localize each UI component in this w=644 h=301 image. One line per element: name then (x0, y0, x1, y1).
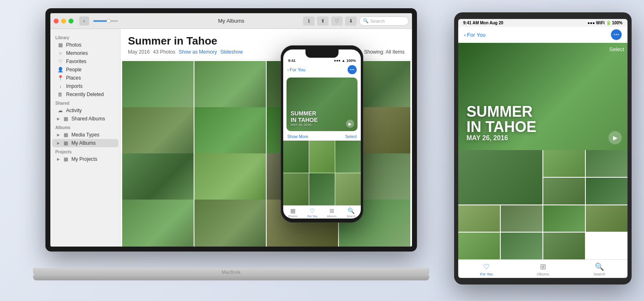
photo-cell[interactable] (122, 200, 194, 247)
maximize-button[interactable] (69, 19, 73, 24)
iphone-photos-grid (283, 141, 361, 205)
iphone-photo-cell[interactable] (283, 141, 309, 173)
iphone-screen: 9:41 ●●● ▲ 100% ‹ For You ··· SUMMERIN T… (283, 49, 361, 219)
ipad-hero-image[interactable]: SUMMERIN TAHOE MAY 26, 2016 ▶ Select (458, 43, 627, 150)
ipad-photo-cell[interactable] (458, 233, 500, 259)
ipad-tab-search[interactable]: 🔍 Search (571, 262, 627, 276)
sidebar-item-my-albums[interactable]: ▶ ▦ My Albums (52, 139, 118, 147)
imports-icon: ↓ (57, 83, 64, 89)
ipad-photo-cell[interactable] (458, 205, 500, 232)
iphone-tab-photos[interactable]: ▦ Photos (283, 207, 303, 218)
search-bar[interactable]: 🔍 Search (359, 16, 409, 26)
iphone-tab-for-you[interactable]: ♡ For You (303, 207, 322, 218)
ipad-back-label: For You (467, 32, 485, 38)
album-header: Summer in Tahoe May 2016 43 Photos Show … (121, 29, 412, 59)
ipad-photo-cell[interactable] (586, 150, 627, 177)
sidebar-item-people[interactable]: 👤 People (52, 66, 118, 74)
macbook: ‹ My Albums ℹ ⬆ ♡ ⬇ (33, 8, 429, 289)
iphone-back-label: For You (290, 67, 305, 72)
slider-thumb[interactable] (107, 19, 111, 23)
iphone-photo-cell[interactable] (283, 173, 309, 205)
iphone-nav-bar: ‹ For You ··· (283, 63, 361, 76)
sidebar-item-activity[interactable]: ☁ Activity (52, 106, 118, 115)
ipad-play-button[interactable]: ▶ (608, 131, 622, 144)
ipad-back-button[interactable]: ‹ For You (464, 32, 485, 38)
iphone-tab-search[interactable]: 🔍 Search (341, 207, 361, 218)
sidebar-item-label-favorites: Favorites (66, 59, 86, 64)
showing-filter[interactable]: Showing: All Items (364, 49, 405, 55)
sidebar-item-recently-deleted[interactable]: 🗑 Recently Deleted (52, 90, 118, 99)
ipad-time: 9:41 AM Mon Aug 20 (463, 21, 503, 25)
ipad-photos-grid (458, 150, 627, 259)
close-button[interactable] (54, 19, 59, 24)
album-count: 43 Photos (153, 49, 175, 55)
sidebar-item-memories[interactable]: ○ Memories (52, 49, 118, 57)
photos-icon: ▦ (57, 42, 64, 48)
iphone-tab-label-search: Search (346, 215, 355, 218)
ipad-tab-albums[interactable]: ⊞ Albums (515, 262, 571, 276)
zoom-slider[interactable] (93, 20, 118, 22)
import-button[interactable]: ⬇ (345, 16, 357, 26)
iphone-signal: ●●● ▲ 100% (334, 59, 356, 63)
iphone-photo-cell[interactable] (335, 141, 361, 173)
iphone-tab-label-albums: Albums (327, 215, 336, 218)
select-button[interactable]: Select (345, 134, 357, 139)
ipad-photo-cell[interactable] (586, 178, 627, 205)
iphone-photo-cell[interactable] (309, 173, 335, 205)
iphone-tab-albums[interactable]: ⊞ Albums (322, 207, 341, 218)
search-icon: 🔍 (363, 18, 369, 24)
sidebar-item-label-recently-deleted: Recently Deleted (66, 92, 104, 97)
iphone-tab-label-photos: Photos (289, 215, 298, 218)
activity-icon: ☁ (57, 108, 64, 113)
sidebar-item-imports[interactable]: ↓ Imports (52, 82, 118, 90)
ipad-photo-cell[interactable] (543, 178, 585, 205)
ipad-tab-label-search: Search (593, 272, 605, 276)
show-more-button[interactable]: Show More (287, 134, 308, 139)
ipad-photo-cell[interactable] (501, 205, 542, 232)
favorite-button[interactable]: ♡ (331, 16, 343, 26)
ipad-signal: ●●● WiFi 🔋 100% (587, 21, 623, 25)
iphone-back-button[interactable]: ‹ For You (287, 67, 305, 72)
slider-track (93, 20, 118, 22)
iphone-photo-cell[interactable] (335, 173, 361, 205)
ipad-select-button[interactable]: Select (609, 46, 624, 52)
expand-icon-albums: ▶ (57, 141, 60, 145)
sidebar-item-favorites[interactable]: ♡ Favorites (52, 57, 118, 66)
ipad-body: 9:41 AM Mon Aug 20 ●●● WiFi 🔋 100% ‹ For… (454, 12, 632, 285)
share-button[interactable]: ⬆ (317, 16, 329, 26)
expand-icon-media: ▶ (57, 133, 60, 137)
minimize-button[interactable] (61, 19, 66, 24)
ipad-photo-cell-large[interactable] (458, 150, 542, 205)
info-button[interactable]: ℹ (303, 16, 315, 26)
sidebar-item-label-people: People (66, 67, 81, 73)
more-icon: ··· (350, 66, 355, 73)
sidebar-item-my-projects[interactable]: ▶ ▦ My Projects (52, 155, 118, 163)
sidebar-item-photos[interactable]: ▦ Photos (52, 41, 118, 49)
photo-cell[interactable] (194, 200, 266, 247)
ipad-photo-cell[interactable] (501, 233, 542, 259)
show-as-memory-link[interactable]: Show as Memory (179, 49, 217, 55)
media-types-icon: ▦ (62, 132, 69, 138)
ipad-more-button[interactable]: ··· (611, 29, 622, 40)
sidebar-item-label-media-types: Media Types (71, 132, 99, 138)
sidebar-item-media-types[interactable]: ▶ ▦ Media Types (52, 131, 118, 139)
ipad-hero-title: SUMMERIN TAHOE MAY 26, 2016 (466, 104, 536, 142)
iphone-photo-cell[interactable] (309, 141, 335, 173)
play-button[interactable]: ▶ (346, 120, 354, 128)
sidebar-item-label-shared-albums: Shared Albums (71, 116, 105, 122)
ipad-photo-cell[interactable] (543, 150, 585, 177)
ipad-photo-cell[interactable] (543, 205, 585, 232)
iphone-more-button[interactable]: ··· (348, 65, 357, 74)
iphone-memory-date: MAY 26, 2016 (291, 123, 318, 127)
iphone-memory-card[interactable]: SUMMERIN TAHOE MAY 26, 2016 ▶ (286, 78, 358, 131)
ipad-tab-for-you[interactable]: ♡ For You (458, 262, 515, 276)
sidebar-item-places[interactable]: 📍 Places (52, 74, 118, 82)
sidebar-item-shared-albums[interactable]: ▶ ▦ Shared Albums (52, 115, 118, 123)
slideshow-link[interactable]: Slideshow (220, 49, 243, 55)
ipad-photo-cell[interactable] (586, 205, 627, 232)
iphone-time: 9:41 (288, 59, 296, 63)
back-button[interactable]: ‹ (79, 16, 89, 26)
sidebar-item-label-memories: Memories (66, 50, 88, 56)
ipad-photo-cell[interactable] (543, 233, 585, 259)
ipad-nav-bar: ‹ For You ··· (458, 27, 627, 43)
